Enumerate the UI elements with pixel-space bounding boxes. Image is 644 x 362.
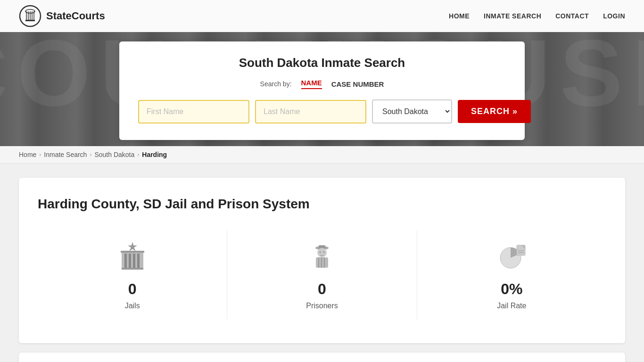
breadcrumb-current: Harding xyxy=(142,151,167,158)
nav-inmate-search[interactable]: INMATE SEARCH xyxy=(484,12,541,20)
county-card: Harding County, SD Jail and Prison Syste… xyxy=(19,178,625,343)
svg-rect-14 xyxy=(122,268,143,270)
breadcrumb-home[interactable]: Home xyxy=(19,151,36,158)
logo-text: StateCourts xyxy=(46,10,105,22)
search-by-row: Search by: NAME CASE NUMBER xyxy=(138,79,506,89)
svg-rect-15 xyxy=(121,251,144,253)
stat-jail-rate: 0% Jail Rate xyxy=(417,230,606,320)
jail-rate-value: 0% xyxy=(501,280,522,298)
jail-icon xyxy=(114,240,151,273)
tab-case-number[interactable]: CASE NUMBER xyxy=(331,80,384,88)
nav-contact[interactable]: CONTACT xyxy=(555,12,589,20)
search-button[interactable]: SEARCH » xyxy=(458,100,531,123)
county-title: Harding County, SD Jail and Prison Syste… xyxy=(38,197,606,212)
jails-label: Jails xyxy=(125,302,140,310)
first-name-input[interactable] xyxy=(138,100,249,123)
jail-rate-label: Jail Rate xyxy=(497,302,526,310)
breadcrumb: Home › Inmate Search › South Dakota › Ha… xyxy=(0,146,644,164)
navbar: StateCourts HOME INMATE SEARCH CONTACT L… xyxy=(0,0,644,32)
stats-row: 0 Jails xyxy=(38,230,606,320)
chevron-icon-2: › xyxy=(90,151,91,158)
svg-rect-18 xyxy=(319,246,325,247)
search-inputs: South Dakota AlabamaAlaskaArizona Arkans… xyxy=(138,99,506,123)
svg-point-21 xyxy=(319,251,321,253)
prisoners-value: 0 xyxy=(318,280,326,298)
svg-rect-11 xyxy=(129,254,131,268)
logo-icon xyxy=(19,5,41,27)
svg-rect-24 xyxy=(318,257,319,268)
search-by-label: Search by: xyxy=(260,80,292,88)
svg-rect-10 xyxy=(124,254,127,268)
chevron-icon-1: › xyxy=(39,151,41,158)
next-section: How Does Harding County Inmate Search Wo… xyxy=(19,353,625,362)
tab-name[interactable]: NAME xyxy=(301,79,322,89)
prisoner-icon xyxy=(303,240,341,273)
main-content: Harding County, SD Jail and Prison Syste… xyxy=(0,164,644,362)
breadcrumb-south-dakota[interactable]: South Dakota xyxy=(94,151,134,158)
search-card: South Dakota Inmate Search Search by: NA… xyxy=(119,41,525,140)
logo-area[interactable]: StateCourts xyxy=(19,5,105,27)
svg-rect-25 xyxy=(321,257,322,268)
svg-rect-26 xyxy=(324,257,325,268)
svg-point-22 xyxy=(323,251,324,253)
pie-chart-icon xyxy=(493,240,530,273)
stat-jails: 0 Jails xyxy=(38,230,227,320)
nav-links: HOME INMATE SEARCH CONTACT LOGIN xyxy=(449,12,625,20)
search-card-wrapper: South Dakota Inmate Search Search by: NA… xyxy=(0,32,644,146)
jails-value: 0 xyxy=(128,280,137,298)
search-title: South Dakota Inmate Search xyxy=(138,56,506,70)
svg-rect-12 xyxy=(133,254,135,268)
svg-marker-8 xyxy=(128,242,137,251)
state-select[interactable]: South Dakota AlabamaAlaskaArizona Arkans… xyxy=(372,99,452,123)
nav-home[interactable]: HOME xyxy=(449,12,470,20)
svg-rect-13 xyxy=(137,254,140,268)
stat-prisoners: 0 Prisoners xyxy=(227,230,417,320)
hero-section: COURTHOUSE StateCourts HOME INMATE SEARC… xyxy=(0,0,644,146)
last-name-input[interactable] xyxy=(255,100,366,123)
nav-login[interactable]: LOGIN xyxy=(603,12,625,20)
breadcrumb-inmate-search[interactable]: Inmate Search xyxy=(44,151,87,158)
svg-rect-7 xyxy=(25,20,35,21)
chevron-icon-3: › xyxy=(137,151,139,158)
prisoners-label: Prisoners xyxy=(306,302,338,310)
